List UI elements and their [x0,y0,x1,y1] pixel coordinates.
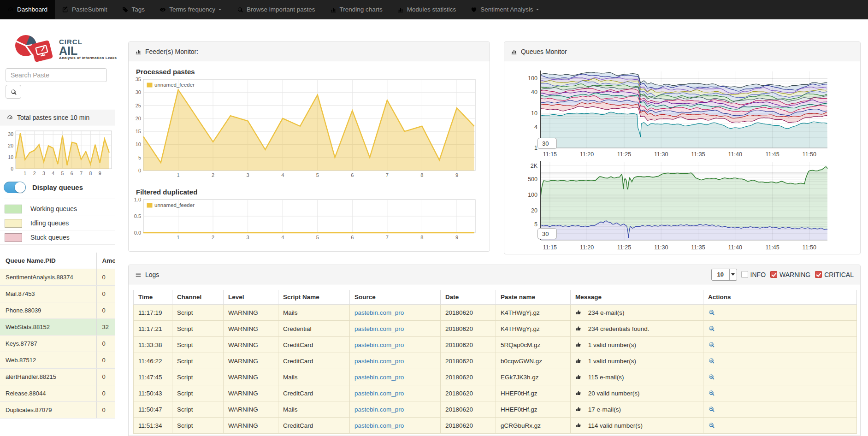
log-row: 11:46:22 Script WARNING CreditCard paste… [134,353,857,369]
navbar-item[interactable]: Tags [115,0,153,19]
navbar-item[interactable]: Browse important pastes [230,0,323,19]
svg-text:1: 1 [534,145,537,151]
queue-name: Duplicates.87079 [0,402,96,418]
svg-text:unnamed_feeder: unnamed_feeder [154,82,195,88]
svg-text:4: 4 [534,124,537,130]
svg-text:8: 8 [420,172,423,178]
zoom-in-icon[interactable] [708,309,715,316]
log-source-link[interactable]: pastebin.com_pro [354,374,404,381]
zoom-in-icon[interactable] [708,422,715,429]
thumbs-up-icon [575,422,582,429]
caret-down-icon [218,7,222,12]
logs-column-header: Paste name [496,290,571,305]
svg-text:2: 2 [212,235,214,240]
logs-table: TimeChannelLevelScript NameSourceDatePas… [133,290,857,434]
navbar-item-icon [159,6,166,13]
page-size-value: 10 [717,271,724,278]
svg-text:0.0: 0.0 [134,230,141,236]
log-source-link[interactable]: pastebin.com_pro [354,342,404,348]
filter-checkbox[interactable] [741,271,748,278]
zoom-in-icon[interactable] [708,341,715,348]
zoom-in-icon[interactable] [708,325,715,332]
zoom-in-icon[interactable] [708,373,715,380]
caret-down-icon [535,7,540,12]
filter-label: CRITICAL [824,271,854,278]
log-level-filter[interactable]: INFO [741,271,766,278]
log-row: 11:17:19 Script WARNING Mails pastebin.c… [134,305,857,321]
list-icon [135,271,142,278]
queues-monitor-panel: Queues Monitor 10040104111:1511:2011:251… [504,41,861,254]
thumbs-up-icon [575,342,582,348]
filter-label: INFO [750,271,766,278]
feeder-monitor-panel: Feeder(s) Monitor: Processed pastes 1234… [128,41,490,252]
log-time: 11:46:22 [134,353,172,369]
log-source-link[interactable]: pastebin.com_pro [354,390,404,397]
log-date: 20180620 [441,369,496,385]
search-button[interactable] [6,85,21,99]
queue-legend-item: Idling queues [0,216,115,230]
queue-amount: 32 [96,319,115,336]
log-row: 11:50:47 Script WARNING Mails pastebin.c… [134,401,857,418]
display-queues-toggle[interactable] [4,182,26,193]
filter-checkbox[interactable] [770,271,777,278]
processed-pastes-chart: 12345678905101520253035unnamed_feeder [130,77,490,182]
navbar-item-label: Browse important pastes [247,6,315,13]
svg-text:7: 7 [80,171,83,176]
log-source-link[interactable]: pastebin.com_pro [354,406,404,413]
log-source-link[interactable]: pastebin.com_pro [354,358,404,365]
zoom-in-icon[interactable] [708,389,715,396]
log-script: Mails [278,305,350,321]
svg-text:1: 1 [177,235,179,240]
zoom-in-icon[interactable] [708,406,715,412]
thumbs-up-icon [575,406,582,412]
svg-text:2K: 2K [531,163,538,169]
log-time: 11:17:21 [134,321,172,337]
queue-amount: 0 [96,402,115,418]
brand-ail: AIL [59,46,117,56]
logs-panel: Logs 10 INFO WARNING CRITICAL [128,265,861,436]
log-level-filter[interactable]: WARNING [770,271,810,278]
svg-text:1.0: 1.0 [134,198,141,202]
navbar-item[interactable]: Sentiment Analysis [463,0,547,19]
log-source-link[interactable]: pastebin.com_pro [354,325,404,332]
range-box-bottom[interactable]: 30 [537,228,557,239]
svg-text:4: 4 [281,235,284,240]
svg-text:11:20: 11:20 [580,244,594,251]
log-date: 20180620 [441,385,496,401]
log-message: 17 e-mail(s) [588,406,621,413]
filter-checkbox[interactable] [815,271,822,278]
legend-label: Working queues [30,205,77,212]
range-box-top[interactable]: 30 [537,138,557,149]
navbar-item-label: Modules statistics [407,6,456,13]
select-caret-icon [729,269,737,280]
log-level: WARNING [224,337,278,353]
svg-text:6: 6 [71,171,73,176]
svg-text:10: 10 [531,110,537,117]
log-channel: Script [172,305,224,321]
navbar-item-label: Terms frequency [169,6,215,13]
log-level: WARNING [224,369,278,385]
zoom-in-icon[interactable] [708,357,715,364]
queue-amount: 0 [96,336,115,352]
svg-text:11:15: 11:15 [543,151,557,158]
svg-text:11:25: 11:25 [617,244,631,251]
navbar-item[interactable]: Modules statistics [390,0,464,19]
queue-legend: Working queues Idling queues Stuck queue… [0,202,115,245]
navbar-item[interactable]: Trending charts [323,0,390,19]
log-source-link[interactable]: pastebin.com_pro [354,309,404,316]
gauge-icon [6,114,13,121]
svg-text:11:30: 11:30 [654,151,668,158]
navbar-item[interactable]: Terms frequency [152,0,230,19]
log-level-filter[interactable]: CRITICAL [815,271,854,278]
log-channel: Script [172,321,224,337]
logs-panel-title: Logs [145,271,159,278]
bar-chart-icon [135,48,142,55]
navbar-item[interactable]: PasteSubmit [55,0,115,19]
search-paste-input[interactable] [6,68,107,82]
navbar-item[interactable]: Dashboard [0,0,55,19]
log-source-link[interactable]: pastebin.com_pro [354,422,404,429]
legend-label: Idling queues [30,219,69,227]
log-paste-name: b0cqwGWN.gz [496,353,571,369]
page-size-select[interactable]: 10 [711,269,737,281]
svg-text:4: 4 [281,172,284,178]
